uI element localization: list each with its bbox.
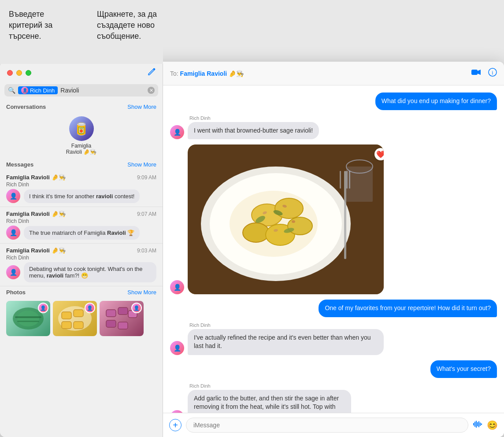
svg-rect-11 [118,307,128,315]
msg-result-avatar: 👤 [6,189,20,203]
titlebar [0,62,163,84]
minimize-button[interactable] [16,70,22,76]
photos-show-more[interactable]: Show More [127,289,156,296]
photo-avatar-3: 👤 [131,303,142,313]
messages-area[interactable]: What did you end up making for dinner? 👤… [163,85,504,413]
message-result-item[interactable]: Famiglia Ravioli 🤌👨‍🍳 9:07 AM Rich Dinh … [0,207,163,244]
sender-name: Rich Dinh [189,383,351,389]
chat-titlebar: To: Famiglia Ravioli 🤌👨‍🍳 i [163,62,504,85]
sender-avatar: 👤 [170,125,184,139]
search-tag-label: Rich Dinh [30,87,55,94]
conversations-section-header: Conversations Show More [0,101,163,113]
conversations-show-more[interactable]: Show More [127,104,156,110]
svg-rect-10 [106,310,116,317]
svg-rect-45 [478,421,479,427]
message-content: What did you end up making for dinner? [375,93,497,110]
svg-point-34 [230,191,318,257]
messages-show-more[interactable]: Show More [127,161,156,168]
message-result-item[interactable]: Famiglia Ravioli 🤌👨‍🍳 9:03 AM Rich Dinh … [0,244,163,286]
message-bubble: What did you end up making for dinner? [375,93,497,110]
messages-title: Messages [6,161,33,168]
message-bubble: I've actually refined the recipe and it'… [188,329,384,355]
image-bubble: ❤️ [188,144,384,294]
photo-thumb-2[interactable]: 👤 [53,301,97,336]
voice-button[interactable] [473,420,482,430]
chat-actions: i [471,68,497,79]
message-content: One of my favorites from your repertoire… [319,300,497,317]
search-query-text: Ravioli [60,87,145,94]
conversation-avatar: 🥫 [69,116,94,141]
facetime-button[interactable] [471,69,481,78]
svg-rect-46 [480,422,481,426]
message-content: Rich Dinh I've actually refined the reci… [188,322,384,355]
annotation-left: Въведете критерий за търсене. [9,9,70,42]
svg-rect-7 [74,310,83,317]
close-button[interactable] [7,70,13,76]
ravioli-image: ❤️ [188,144,384,294]
conversation-item[interactable]: 🥫 FamigliaRavioli 🤌👨‍🍳 [0,113,163,159]
msg-result-group: Famiglia Ravioli 🤌👨‍🍳 [6,211,66,217]
photos-title: Photos [6,289,26,296]
svg-rect-15 [471,70,478,75]
svg-rect-44 [477,422,478,426]
svg-rect-4 [17,321,39,322]
emoji-button[interactable]: 😊 [487,420,498,430]
chat-recipient: To: Famiglia Ravioli 🤌👨‍🍳 [170,70,244,77]
photo-thumb-3[interactable]: 👤 [100,301,144,336]
messages-section-header: Messages Show More [0,159,163,170]
svg-rect-47 [481,423,482,425]
sidebar: 🔍 👤 Rich Dinh Ravioli ✕ Conversations Sh… [0,62,163,437]
photos-section-header: Photos Show More [0,286,163,298]
svg-rect-43 [476,421,477,428]
svg-point-2 [17,311,39,326]
msg-result-avatar: 👤 [6,265,20,279]
message-content: Rich Dinh I went with that browned-butte… [188,115,319,140]
sender-avatar: 👤 [170,280,184,294]
svg-rect-0 [153,68,156,70]
message-content: Rich Dinh Add garlic to the butter, and … [188,383,351,413]
search-clear-button[interactable]: ✕ [148,87,155,94]
svg-rect-42 [474,422,475,427]
message-result-item[interactable]: Famiglia Ravioli 🤌👨‍🍳 9:09 AM Rich Dinh … [0,170,163,207]
msg-result-group: Famiglia Ravioli 🤌👨‍🍳 [6,247,66,254]
message-row: One of my favorites from your repertoire… [170,300,497,317]
sidebar-scroll[interactable]: Conversations Show More 🥫 FamigliaRaviol… [0,101,163,437]
message-input[interactable] [186,418,468,433]
message-bubble: Add garlic to the butter, and then stir … [188,390,351,413]
input-bar: + 😊 [163,413,504,437]
message-bubble: I went with that browned-butter sage rav… [188,122,319,140]
to-label: To: [170,70,178,77]
msg-result-header: Famiglia Ravioli 🤌👨‍🍳 9:07 AM [6,211,156,217]
msg-result-sender: Rich Dinh [6,181,156,188]
recipient-name: Famiglia Ravioli 🤌👨‍🍳 [180,70,244,77]
msg-result-bubble: Debating what to cook tonight. What's on… [24,262,156,282]
add-button[interactable]: + [169,419,182,431]
msg-result-bubble: I think it's time for another ravioli co… [24,189,140,203]
maximize-button[interactable] [26,70,31,76]
compose-button[interactable] [148,68,156,78]
svg-rect-9 [74,322,83,329]
msg-result-header: Famiglia Ravioli 🤌👨‍🍳 9:03 AM [6,247,156,254]
message-row: 👤 Rich Dinh Add garlic to the butter, an… [170,383,497,413]
msg-result-time: 9:07 AM [137,211,156,217]
message-bubble: One of my favorites from your repertoire… [319,300,497,317]
chat-panel: To: Famiglia Ravioli 🤌👨‍🍳 i [163,62,504,437]
message-row: 👤 Rich Dinh I've actually refined the re… [170,322,497,355]
info-button[interactable]: i [488,68,497,79]
message-row: 👤 [170,144,497,294]
app-window: 🔍 👤 Rich Dinh Ravioli ✕ Conversations Sh… [0,62,504,437]
svg-rect-14 [118,322,128,329]
search-tag: 👤 Rich Dinh [18,86,58,94]
msg-result-time: 9:09 AM [137,174,156,181]
message-row: What's your secret? [170,360,497,378]
photos-grid: 👤 👤 [0,298,163,339]
search-bar[interactable]: 🔍 👤 Rich Dinh Ravioli ✕ [4,84,158,96]
svg-rect-6 [62,312,71,319]
search-tag-avatar: 👤 [21,87,28,94]
msg-result-header: Famiglia Ravioli 🤌👨‍🍳 9:09 AM [6,174,156,181]
svg-rect-13 [106,320,116,327]
svg-rect-40 [346,167,373,202]
msg-result-time: 9:03 AM [137,248,156,254]
photo-thumb-1[interactable]: 👤 [6,301,50,336]
sender-name: Rich Dinh [189,115,319,121]
